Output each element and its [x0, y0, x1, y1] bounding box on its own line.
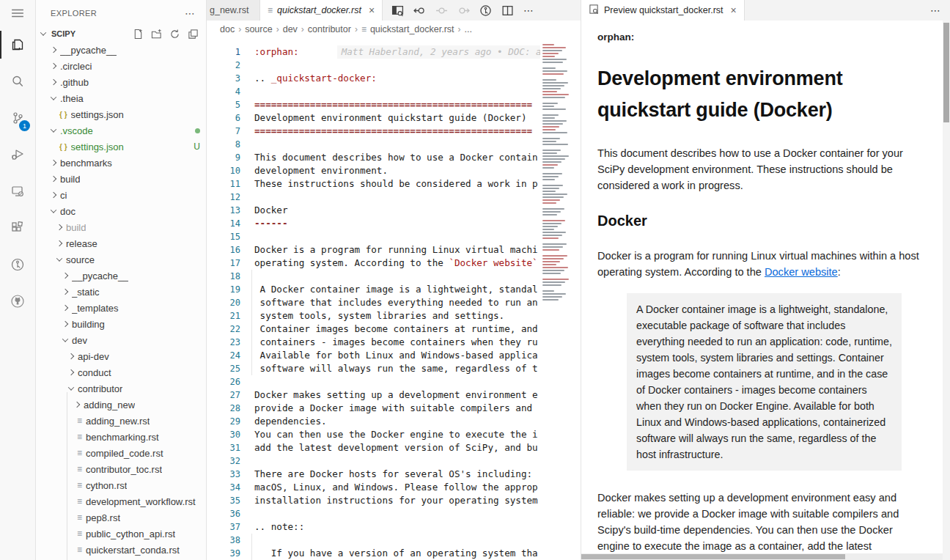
- file-history-icon[interactable]: [479, 4, 492, 17]
- close-icon[interactable]: ×: [731, 4, 737, 16]
- tree-item-quickerstart-conda-rst[interactable]: ≡quickerstart_conda.rst: [36, 542, 206, 558]
- tree-item--pycache-[interactable]: __pycache__: [36, 42, 206, 58]
- scrollbar-thumb[interactable]: [581, 554, 845, 559]
- code-line-10[interactable]: 10development environment.: [207, 164, 581, 177]
- tree-section-scipy[interactable]: SCIPY: [36, 26, 206, 42]
- tree-item-adding-new[interactable]: adding_new: [36, 397, 206, 413]
- tree-item-build[interactable]: build: [36, 171, 206, 187]
- code-line-1[interactable]: 1:orphan:Matt Haberland, 2 years ago • D…: [207, 45, 581, 59]
- code-line-28[interactable]: 28provide a Docker image with suitable c…: [207, 402, 581, 415]
- tree-item-contributor-toc-rst[interactable]: ≡contributor_toc.rst: [36, 461, 206, 477]
- breadcrumb-item-dev[interactable]: dev: [283, 24, 298, 34]
- tree-item-public-cython-api-rst[interactable]: ≡public_cython_api.rst: [36, 526, 206, 542]
- tab-adding-new-rst[interactable]: g_new.rst: [207, 0, 260, 21]
- tab-quickstart-docker-rst[interactable]: ≡ quickstart_docker.rst ×: [260, 0, 383, 21]
- tree-item-compiled-code-rst[interactable]: ≡compiled_code.rst: [36, 445, 206, 461]
- code-line-25[interactable]: 25 software will always run the same, re…: [207, 362, 581, 375]
- change-icon[interactable]: [435, 4, 448, 17]
- minimap[interactable]: [540, 38, 571, 560]
- breadcrumb-item--[interactable]: ...: [465, 24, 472, 34]
- code-line-29[interactable]: 29dependencies.: [207, 415, 581, 428]
- code-line-12[interactable]: 12: [207, 191, 581, 204]
- tree-item-adding-new-rst[interactable]: ≡adding_new.rst: [36, 413, 206, 429]
- code-line-24[interactable]: 24 Available for both Linux and Windows-…: [207, 349, 581, 362]
- code-line-37[interactable]: 37.. note::: [207, 520, 581, 534]
- tree-item-release[interactable]: release: [36, 235, 206, 251]
- tree-item-api-dev[interactable]: api-dev: [36, 348, 206, 364]
- tree-item-benchmarks[interactable]: benchmarks: [36, 155, 206, 171]
- tree-item-contributor[interactable]: contributor: [36, 380, 206, 397]
- tree-item--theia[interactable]: .theia: [36, 90, 206, 106]
- close-icon[interactable]: ×: [369, 4, 375, 16]
- tree-item--vscode[interactable]: .vscode: [36, 122, 206, 139]
- code-line-3[interactable]: 3.. _quickstart-docker:: [207, 72, 581, 85]
- docker-website-link[interactable]: Docker website: [765, 266, 838, 278]
- new-file-icon[interactable]: [133, 29, 144, 40]
- source-control-icon[interactable]: 1: [0, 100, 35, 136]
- code-line-13[interactable]: 13Docker: [207, 204, 581, 217]
- tree-item-conduct[interactable]: conduct: [36, 364, 206, 380]
- code-line-9[interactable]: 9This document describes how to use a Do…: [207, 151, 581, 164]
- tree-item-cython-rst[interactable]: ≡cython.rst: [36, 477, 206, 493]
- explorer-icon[interactable]: [0, 26, 35, 63]
- tree-item--github[interactable]: .github: [36, 74, 206, 90]
- sidebar-more-actions-icon[interactable]: ⋯: [185, 7, 196, 19]
- preview-content[interactable]: orphan: Development environment quicksta…: [581, 21, 950, 560]
- breadcrumb-item-contributor[interactable]: contributor: [308, 24, 351, 34]
- code-line-38[interactable]: 38: [207, 534, 581, 547]
- vertical-scrollbar[interactable]: [943, 21, 950, 560]
- code-line-30[interactable]: 30You can then use the Docker engine to …: [207, 428, 581, 441]
- code-line-23[interactable]: 23 containers - images become containers…: [207, 336, 581, 349]
- code-line-15[interactable]: 15: [207, 230, 581, 243]
- collapse-folders-icon[interactable]: [188, 29, 199, 40]
- code-line-39[interactable]: 39 If you have a version of an operating…: [207, 547, 581, 560]
- code-line-21[interactable]: 21 system tools, system libraries and se…: [207, 309, 581, 323]
- github-icon[interactable]: [0, 283, 35, 320]
- code-line-11[interactable]: 11These instructions should be considere…: [207, 177, 581, 191]
- split-editor-icon[interactable]: [501, 4, 514, 17]
- code-line-5[interactable]: 5=======================================…: [207, 98, 581, 111]
- code-line-33[interactable]: 33There are Docker hosts for several OS'…: [207, 468, 581, 481]
- menu-icon[interactable]: [0, 0, 35, 26]
- code-line-19[interactable]: 19 A Docker container image is a lightwe…: [207, 283, 581, 296]
- code-editor[interactable]: 1:orphan:Matt Haberland, 2 years ago • D…: [207, 38, 581, 560]
- code-line-17[interactable]: 17operating system. According to the `Do…: [207, 257, 581, 270]
- tree-item-settings-json[interactable]: { }settings.json: [36, 106, 206, 122]
- tree-item-building[interactable]: building: [36, 316, 206, 332]
- code-line-4[interactable]: 4: [207, 85, 581, 98]
- code-line-20[interactable]: 20 software that includes everything nee…: [207, 296, 581, 309]
- tree-item-development-workflow-rst[interactable]: ≡development_workflow.rst: [36, 493, 206, 509]
- remote-explorer-icon[interactable]: [0, 173, 35, 210]
- previous-change-icon[interactable]: [413, 4, 426, 17]
- tree-item-settings-json[interactable]: { }settings.jsonU: [36, 139, 206, 155]
- run-debug-icon[interactable]: [0, 136, 35, 173]
- tree-item-build[interactable]: build: [36, 219, 206, 235]
- code-line-35[interactable]: 35installation instructions for your ope…: [207, 494, 581, 507]
- extensions-icon[interactable]: [0, 210, 35, 246]
- tree-item--circleci[interactable]: .circleci: [36, 58, 206, 74]
- horizontal-scrollbar[interactable]: [581, 553, 943, 560]
- more-actions-icon[interactable]: ⋯: [930, 4, 941, 16]
- next-change-icon[interactable]: [457, 4, 470, 17]
- tree-item-dev[interactable]: dev: [36, 332, 206, 348]
- code-line-6[interactable]: 6Development environment quickstart guid…: [207, 111, 581, 125]
- tree-item-benchmarking-rst[interactable]: ≡benchmarking.rst: [36, 429, 206, 445]
- refresh-icon[interactable]: [169, 29, 180, 40]
- breadcrumb-item-doc[interactable]: doc: [220, 24, 235, 34]
- code-line-14[interactable]: 14------: [207, 217, 581, 230]
- code-line-22[interactable]: 22 Container images become containers at…: [207, 323, 581, 336]
- timeline-icon[interactable]: [0, 246, 35, 283]
- code-line-2[interactable]: 2: [207, 59, 581, 72]
- search-icon[interactable]: [0, 63, 35, 100]
- code-line-7[interactable]: 7=======================================…: [207, 125, 581, 138]
- scrollbar-thumb[interactable]: [943, 23, 949, 122]
- code-line-8[interactable]: 8: [207, 138, 581, 151]
- tree-item--pycache-[interactable]: __pycache__: [36, 268, 206, 284]
- more-actions-icon[interactable]: ⋯: [523, 4, 534, 16]
- tree-item-source[interactable]: source: [36, 251, 206, 268]
- tree-item-doc[interactable]: doc: [36, 203, 206, 219]
- tree-item--static[interactable]: _static: [36, 284, 206, 300]
- code-line-31[interactable]: 31add the latest development version of …: [207, 441, 581, 454]
- code-line-27[interactable]: 27Docker makes setting up a development …: [207, 388, 581, 402]
- code-line-36[interactable]: 36: [207, 507, 581, 520]
